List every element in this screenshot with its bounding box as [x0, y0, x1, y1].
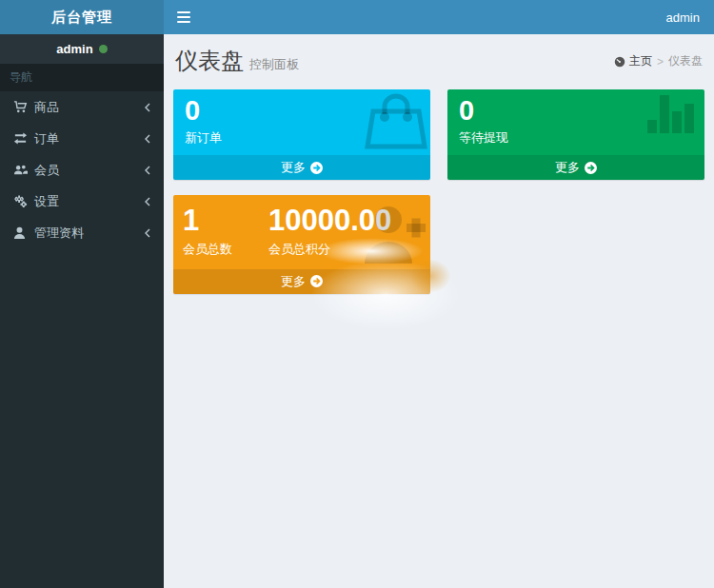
new-orders-more-link[interactable]: 更多: [173, 155, 430, 180]
members-total-stat: 1 会员总数: [183, 204, 232, 258]
sidebar-item-goods[interactable]: 商品: [0, 91, 164, 123]
users-icon: [13, 163, 34, 177]
breadcrumb: 主页 > 仪表盘: [614, 53, 703, 69]
sidebar-item-label: 管理资料: [34, 225, 84, 242]
sidebar-item-admin-profile[interactable]: 管理资料: [0, 217, 164, 248]
chevron-left-icon: [143, 133, 152, 145]
main-content: 仪表盘控制面板 主页 > 仪表盘: [164, 34, 714, 588]
members-total-label: 会员总数: [183, 241, 232, 258]
top-navbar: 后台管理 admin: [0, 0, 714, 34]
sidebar-item-label: 订单: [34, 130, 59, 147]
sidebar-item-settings[interactable]: 设置: [0, 186, 164, 217]
user-icon: [13, 226, 34, 240]
stat-box-members: 1 会员总数 10000.00 会员总积分 更多: [173, 195, 430, 294]
page-title: 仪表盘: [175, 46, 244, 76]
breadcrumb-current: 仪表盘: [668, 53, 703, 69]
menu-icon: [177, 11, 190, 13]
menu-icon: [177, 16, 190, 18]
page-subtitle: 控制面板: [249, 57, 299, 71]
breadcrumb-home-link[interactable]: 主页: [614, 53, 652, 69]
stat-box-pending-withdrawals: 0 等待提现 更多: [447, 89, 704, 180]
chevron-left-icon: [143, 102, 152, 113]
dashboard-icon: [614, 56, 625, 68]
sidebar-item-label: 设置: [34, 193, 59, 210]
exchange-icon: [13, 131, 34, 146]
sidebar-toggle-button[interactable]: [164, 0, 204, 34]
sidebar-user-panel: admin: [0, 34, 164, 64]
members-total-count: 1: [183, 204, 232, 238]
pending-withdrawals-count: 0: [459, 95, 693, 127]
navbar-user-menu[interactable]: admin: [652, 0, 714, 34]
breadcrumb-separator: >: [657, 55, 664, 69]
gears-icon: [13, 194, 34, 208]
members-more-link[interactable]: 更多: [173, 269, 430, 294]
cart-icon: [13, 100, 34, 114]
sidebar-item-label: 会员: [34, 162, 59, 179]
arrow-circle-right-icon: [310, 275, 323, 287]
user-plus-icon: [363, 205, 426, 267]
chevron-left-icon: [143, 165, 152, 176]
sidebar-item-members[interactable]: 会员: [0, 154, 164, 186]
sidebar: admin 导航 商品 订单 会员: [0, 34, 164, 588]
chevron-left-icon: [143, 227, 152, 239]
sidebar-item-label: 商品: [34, 99, 59, 116]
arrow-circle-right-icon: [310, 162, 323, 174]
arrow-circle-right-icon: [585, 162, 597, 174]
pending-withdrawals-label: 等待提现: [459, 129, 693, 147]
sidebar-item-orders[interactable]: 订单: [0, 123, 164, 154]
menu-icon: [177, 21, 190, 23]
online-status-icon: [99, 45, 108, 53]
new-orders-label: 新订单: [185, 129, 419, 147]
brand-logo[interactable]: 后台管理: [0, 0, 164, 34]
sidebar-section-label: 导航: [0, 64, 164, 91]
content-header: 仪表盘控制面板 主页 > 仪表盘: [164, 34, 714, 76]
chevron-left-icon: [143, 196, 152, 207]
new-orders-count: 0: [185, 95, 419, 127]
sidebar-user-name: admin: [56, 42, 92, 56]
stat-boxes-row: 0 新订单 更多 0: [173, 89, 704, 294]
pending-withdrawals-more-link[interactable]: 更多: [447, 155, 704, 180]
stat-box-new-orders: 0 新订单 更多: [173, 89, 430, 180]
